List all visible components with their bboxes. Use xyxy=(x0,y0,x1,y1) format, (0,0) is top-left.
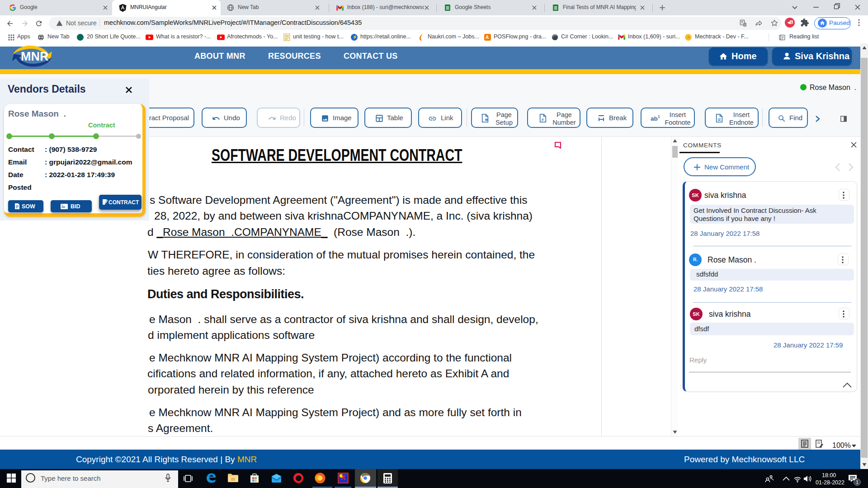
svg-text:MNR: MNR xyxy=(21,50,49,63)
svg-text:#: # xyxy=(542,117,544,122)
svg-text:1: 1 xyxy=(658,114,660,119)
svg-text:ab: ab xyxy=(651,116,658,122)
